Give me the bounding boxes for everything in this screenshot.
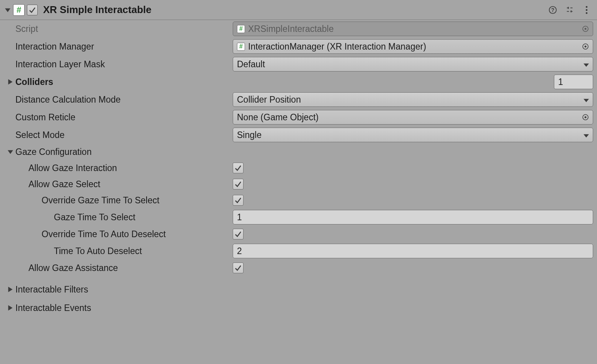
component-enabled-checkbox[interactable] (27, 5, 38, 15)
help-icon[interactable]: ? (548, 5, 558, 15)
svg-point-15 (585, 46, 587, 48)
gaze-config-label: Gaze Configuration (15, 147, 92, 157)
chevron-down-icon (584, 130, 589, 140)
time-to-auto-deselect-input[interactable]: 2 (233, 244, 593, 258)
svg-point-13 (585, 28, 587, 30)
svg-point-10 (586, 9, 588, 11)
interaction-manager-label: Interaction Manager (15, 42, 94, 52)
row-interactable-events: Interactable Events (0, 300, 597, 316)
interactable-events-foldout-arrow[interactable] (5, 305, 15, 311)
row-override-time-to-auto-deselect: Override Time To Auto Deselect (0, 226, 597, 242)
override-gaze-time-to-select-label: Override Gaze Time To Select (42, 195, 159, 206)
inspector-component: # XR Simple Interactable ? Script # XRSi… (0, 0, 597, 320)
component-foldout-arrow[interactable] (4, 7, 12, 13)
override-time-to-auto-deselect-label: Override Time To Auto Deselect (42, 229, 166, 239)
svg-point-1 (549, 6, 556, 13)
interaction-layer-mask-dropdown[interactable]: Default (233, 57, 593, 71)
svg-marker-23 (8, 287, 12, 292)
script-object-field: # XRSimpleInteractable (233, 22, 593, 36)
distance-calc-mode-value: Collider Position (237, 95, 301, 105)
interaction-manager-object-field[interactable]: # InteractionManager (XR Interaction Man… (233, 39, 593, 54)
presets-icon[interactable] (565, 5, 575, 15)
object-picker-icon[interactable] (580, 41, 591, 52)
row-colliders: Colliders 1 (0, 73, 597, 91)
interaction-layer-mask-value: Default (237, 59, 265, 70)
svg-marker-18 (584, 99, 589, 102)
allow-gaze-select-label: Allow Gaze Select (28, 179, 100, 189)
svg-point-11 (586, 12, 588, 14)
row-gaze-config: Gaze Configuration (0, 144, 597, 160)
row-time-to-auto-deselect: Time To Auto Deselect 2 (0, 242, 597, 260)
hash-symbol: # (17, 6, 21, 14)
svg-marker-22 (8, 150, 13, 154)
allow-gaze-assistance-checkbox[interactable] (233, 263, 243, 273)
interactable-events-label: Interactable Events (15, 303, 91, 313)
svg-marker-24 (8, 305, 12, 311)
select-mode-label: Select Mode (15, 130, 65, 140)
gaze-time-to-select-value: 1 (237, 212, 242, 223)
chevron-down-icon (584, 59, 589, 70)
interaction-manager-value: InteractionManager (XR Interaction Manag… (248, 42, 426, 52)
distance-calc-mode-label: Distance Calculation Mode (15, 95, 121, 105)
allow-gaze-interaction-checkbox[interactable] (233, 163, 243, 173)
custom-reticle-value: None (Game Object) (237, 112, 319, 123)
row-allow-gaze-assistance: Allow Gaze Assistance (0, 260, 597, 276)
script-value: XRSimpleInteractable (248, 24, 334, 34)
select-mode-dropdown[interactable]: Single (233, 128, 593, 142)
script-hash-icon: # (237, 25, 245, 33)
custom-reticle-label: Custom Reticle (15, 112, 75, 123)
chevron-down-icon (584, 95, 589, 105)
svg-point-9 (586, 6, 588, 8)
row-custom-reticle: Custom Reticle None (Game Object) (0, 108, 597, 126)
svg-marker-21 (584, 134, 589, 137)
svg-point-19 (583, 115, 588, 120)
svg-marker-17 (8, 79, 12, 85)
override-time-to-auto-deselect-checkbox[interactable] (233, 229, 243, 239)
script-icon: # (13, 4, 25, 16)
allow-gaze-interaction-label: Allow Gaze Interaction (28, 163, 117, 173)
distance-calc-mode-dropdown[interactable]: Collider Position (233, 92, 593, 107)
row-select-mode: Select Mode Single (0, 126, 597, 144)
override-gaze-time-to-select-checkbox[interactable] (233, 195, 243, 206)
interactable-filters-label: Interactable Filters (15, 284, 88, 295)
row-interaction-manager: Interaction Manager # InteractionManager… (0, 38, 597, 55)
row-allow-gaze-interaction: Allow Gaze Interaction (0, 160, 597, 176)
row-allow-gaze-select: Allow Gaze Select (0, 176, 597, 192)
colliders-label: Colliders (15, 77, 53, 87)
gaze-time-to-select-label: Gaze Time To Select (54, 212, 135, 223)
time-to-auto-deselect-value: 2 (237, 246, 242, 256)
colliders-count: 1 (558, 77, 563, 87)
object-picker-icon[interactable] (580, 111, 591, 123)
interaction-layer-mask-label: Interaction Layer Mask (15, 59, 105, 70)
svg-marker-0 (5, 8, 10, 12)
gaze-time-to-select-input[interactable]: 1 (233, 210, 593, 224)
svg-text:?: ? (551, 7, 554, 13)
svg-point-14 (583, 44, 588, 49)
colliders-size-input[interactable]: 1 (554, 75, 593, 89)
colliders-foldout-arrow[interactable] (5, 79, 15, 85)
svg-point-20 (585, 116, 587, 118)
row-interactable-filters: Interactable Filters (0, 281, 597, 298)
time-to-auto-deselect-label: Time To Auto Deselect (54, 246, 142, 256)
svg-point-12 (583, 26, 588, 32)
component-title: XR Simple Interactable (43, 4, 548, 16)
context-menu-icon[interactable] (582, 5, 592, 15)
gaze-config-foldout-arrow[interactable] (5, 149, 15, 155)
header-icons: ? (548, 5, 593, 15)
select-mode-value: Single (237, 130, 262, 140)
script-hash-icon: # (237, 43, 245, 51)
row-script: Script # XRSimpleInteractable (0, 20, 597, 38)
row-interaction-layer-mask: Interaction Layer Mask Default (0, 55, 597, 73)
row-override-gaze-time-to-select: Override Gaze Time To Select (0, 192, 597, 208)
row-gaze-time-to-select: Gaze Time To Select 1 (0, 208, 597, 226)
row-distance-calc-mode: Distance Calculation Mode Collider Posit… (0, 91, 597, 108)
interactable-filters-foldout-arrow[interactable] (5, 287, 15, 292)
allow-gaze-select-checkbox[interactable] (233, 179, 243, 189)
svg-marker-16 (584, 63, 589, 66)
object-picker-icon (580, 23, 591, 35)
custom-reticle-object-field[interactable]: None (Game Object) (233, 110, 593, 125)
component-header: # XR Simple Interactable ? (0, 2, 597, 20)
script-label: Script (15, 24, 38, 34)
allow-gaze-assistance-label: Allow Gaze Assistance (28, 263, 118, 273)
